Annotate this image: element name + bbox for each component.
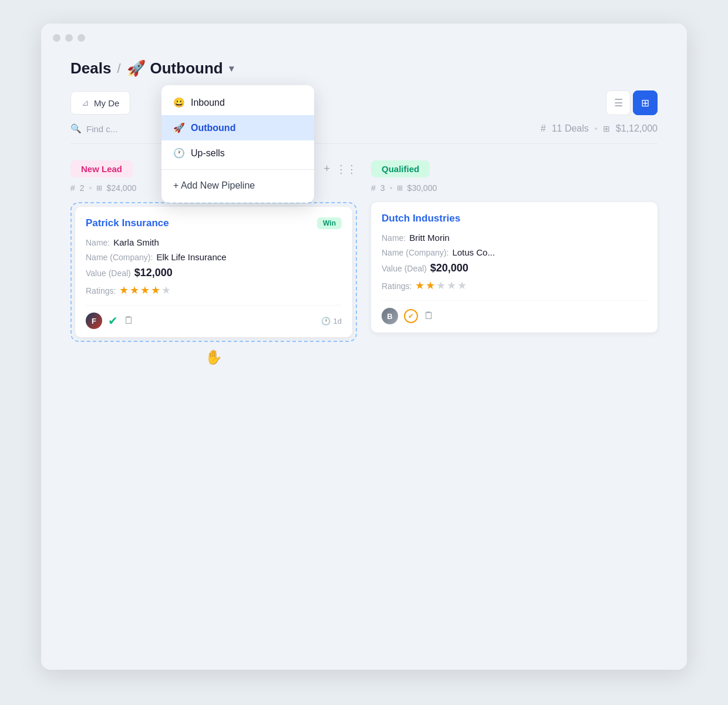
star-q-5: ★: [457, 279, 467, 292]
col-hash-icon-q: #: [371, 183, 376, 193]
upsells-emoji: 🕐: [173, 147, 185, 159]
cursor-icon: ✋: [70, 349, 357, 365]
check-icon: ✔: [108, 314, 118, 328]
col-stats-qualified: # 3 ⊞ $30,000: [371, 183, 658, 193]
search-placeholder: Find c...: [86, 124, 117, 134]
col-badge-new-lead: New Lead: [70, 160, 133, 177]
deals-value: $1,12,000: [616, 123, 658, 134]
card-field-name: Name: Karla Smith: [86, 237, 342, 247]
search-stats-row: 🔍 Find c... # 11 Deals ⊞ $1,12,000: [70, 123, 658, 144]
ratings-label-q: Ratings:: [382, 281, 412, 291]
card-footer-q: B ✔ 🗒: [382, 300, 647, 324]
card-icon-group: F ✔ 🗒: [86, 313, 134, 329]
col-grid-icon-q: ⊞: [397, 184, 403, 192]
outbound-emoji: 🚀: [173, 122, 185, 133]
company-label-q: Name (Company):: [382, 248, 449, 257]
filter-icon: ⊿: [82, 98, 89, 108]
ratings-stars: ★ ★ ★ ★ ★: [119, 284, 171, 297]
upsells-label: Up-sells: [191, 148, 225, 159]
star-3: ★: [140, 284, 150, 297]
company-label: Name (Company):: [86, 253, 153, 262]
doc-icon-q: 🗒: [424, 310, 434, 322]
name-value-q: Britt Morin: [409, 233, 449, 243]
deal-value-q: $20,000: [430, 262, 469, 274]
filter-button[interactable]: ⊿ My De: [70, 91, 130, 115]
column-qualified: Qualified # 3 ⊞ $30,000 Dutch Industries…: [371, 160, 658, 365]
filter-label: My De: [94, 98, 119, 108]
add-pipeline-button[interactable]: + Add New Pipeline: [161, 173, 314, 198]
card-dutch-industries[interactable]: Dutch Industries Name: Britt Morin Name …: [371, 202, 658, 333]
clock-icon: 🕐: [321, 317, 331, 325]
outbound-label: Outbound: [191, 123, 235, 133]
card-header: Patrick Insurance Win: [86, 217, 342, 229]
window-dot-1: [53, 34, 60, 42]
page-content: Deals / 🚀 Outbound ▾ 😀 Inbound 🚀 Outboun…: [41, 42, 687, 389]
grid-icon: ⊞: [641, 97, 649, 109]
col-value: $24,000: [107, 183, 137, 193]
col-header-qualified: Qualified: [371, 160, 658, 177]
header-separator: /: [117, 61, 120, 76]
card-field-ratings-q: Ratings: ★ ★ ★ ★ ★: [382, 279, 647, 292]
pipeline-emoji: 🚀: [127, 59, 146, 78]
deals-count: 11 Deals: [552, 123, 589, 134]
name-label: Name:: [86, 238, 110, 247]
col-count: 2: [80, 183, 85, 193]
col-badge-qualified: Qualified: [371, 160, 430, 177]
doc-icon: 🗒: [124, 315, 134, 327]
time-value: 1d: [333, 317, 342, 325]
dropdown-divider: [161, 169, 314, 170]
card-title: Patrick Insurance: [86, 217, 169, 229]
time-label: 🕐 1d: [321, 317, 342, 325]
stats-row: # 11 Deals ⊞ $1,12,000: [541, 123, 658, 134]
col-grid-icon: ⊞: [96, 184, 102, 192]
star-5: ★: [161, 284, 171, 297]
toolbar: ⊿ My De ☰ ⊞: [70, 90, 658, 115]
kanban-board: New Lead + ⋮⋮ # 2 ⊞ $24,000: [70, 160, 658, 365]
add-card-icon[interactable]: +: [323, 163, 330, 175]
inbound-emoji: 😀: [173, 97, 185, 108]
card-field-company: Name (Company): Elk Life Insurance: [86, 252, 342, 262]
star-q-4: ★: [447, 279, 456, 292]
list-view-button[interactable]: ☰: [606, 90, 631, 115]
star-1: ★: [119, 284, 129, 297]
card-header-q: Dutch Industries: [382, 213, 647, 224]
card-field-deal-q: Value (Deal) $20,000: [382, 262, 647, 274]
card-icon-group-q: B ✔ 🗒: [382, 308, 434, 324]
col-hash-icon: #: [70, 183, 75, 193]
window-dot-2: [65, 34, 73, 42]
deals-title: Deals: [70, 59, 111, 78]
search-box[interactable]: 🔍 Find c...: [70, 123, 117, 134]
pipeline-selector[interactable]: 🚀 Outbound ▾: [127, 59, 234, 78]
deal-value: $12,000: [134, 267, 173, 279]
avatar: F: [86, 313, 102, 329]
dropdown-item-outbound[interactable]: 🚀 Outbound: [161, 115, 314, 140]
star-q-3: ★: [436, 279, 446, 292]
star-q-2: ★: [426, 279, 435, 292]
page-header: Deals / 🚀 Outbound ▾ 😀 Inbound 🚀 Outboun…: [70, 59, 658, 78]
card-title-q: Dutch Industries: [382, 213, 460, 224]
col-dot: [89, 187, 92, 189]
search-icon: 🔍: [70, 123, 82, 134]
dropdown-item-inbound[interactable]: 😀 Inbound: [161, 90, 314, 115]
dropdown-item-upsells[interactable]: 🕐 Up-sells: [161, 140, 314, 166]
stats-dot-1: [595, 127, 597, 130]
card-field-company-q: Name (Company): Lotus Co...: [382, 247, 647, 257]
pipeline-name: Outbound: [150, 59, 223, 78]
card-field-name-q: Name: Britt Morin: [382, 233, 647, 243]
ratings-stars-q: ★ ★ ★ ★ ★: [415, 279, 467, 292]
hash-icon: #: [541, 123, 546, 134]
name-value: Karla Smith: [113, 237, 159, 247]
check-circle-icon: ✔: [404, 309, 418, 323]
star-q-1: ★: [415, 279, 424, 292]
grid-view-button[interactable]: ⊞: [633, 90, 658, 115]
company-value-q: Lotus Co...: [452, 247, 495, 257]
inbound-label: Inbound: [191, 98, 225, 108]
view-toggle: ☰ ⊞: [606, 90, 658, 115]
card-field-ratings: Ratings: ★ ★ ★ ★ ★: [86, 284, 342, 297]
deal-label-q: Value (Deal): [382, 264, 427, 273]
star-2: ★: [130, 284, 139, 297]
col-actions-new-lead: + ⋮⋮: [323, 163, 357, 176]
chevron-down-icon: ▾: [229, 63, 234, 74]
col-menu-icon[interactable]: ⋮⋮: [336, 163, 357, 176]
card-patrick-insurance[interactable]: Patrick Insurance Win Name: Karla Smith …: [75, 207, 352, 337]
